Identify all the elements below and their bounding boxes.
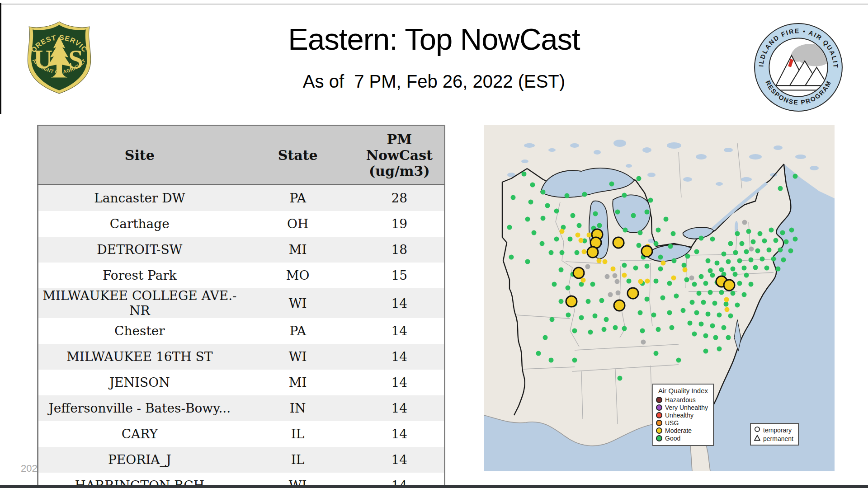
table-row: Forest ParkMO15 <box>38 263 445 288</box>
table-header: SiteStatePM NowCast (ug/m3) <box>38 126 445 185</box>
table-row: CARYIL14 <box>38 421 445 447</box>
table-row: MILWAUKEE COLLEGE AVE.-NRWI14 <box>38 288 445 318</box>
wfaqrp-logo: WILDLAND FIRE • AIR QUALITY RESPONSE PRO… <box>750 16 846 120</box>
aqi-legend-label: Unhealthy <box>665 412 693 419</box>
nowcast-table: SiteStatePM NowCast (ug/m3) Lancaster DW… <box>37 125 445 488</box>
temporary-circle-icon <box>754 426 760 434</box>
table-row: DETROIT-SWMI18 <box>38 237 445 263</box>
timestamp-fragment: 202 <box>21 463 38 474</box>
aqi-legend-label: Very Unhealthy <box>665 404 708 411</box>
legend-item-permanent: permanent <box>754 434 795 443</box>
legend-label: temporary <box>763 427 792 434</box>
legend-label: permanent <box>763 435 793 442</box>
page-title: Eastern: Top NowCast <box>0 22 868 56</box>
bottom-edge-bar <box>0 485 868 488</box>
column-header: State <box>241 126 355 185</box>
table-row: JENISONMI14 <box>38 370 445 395</box>
permanent-triangle-icon <box>754 435 760 443</box>
aqi-color-swatch <box>656 412 662 418</box>
aqi-legend-item: Good <box>656 434 710 442</box>
aqi-color-swatch <box>656 427 662 434</box>
aqi-color-swatch <box>656 435 662 441</box>
window-edge-strip <box>0 3 1 114</box>
aqi-legend-item: Moderate <box>656 427 710 434</box>
legend-item-temporary: temporary <box>754 426 795 434</box>
table-row: CarthageOH19 <box>38 211 445 237</box>
table-row: MILWAUKEE 16TH STWI14 <box>38 344 445 370</box>
aqi-legend-label: Moderate <box>665 427 692 434</box>
column-header: PM NowCast (ug/m3) <box>355 126 445 185</box>
aqi-legend-label: Good <box>665 435 680 442</box>
aqi-color-swatch <box>656 397 662 403</box>
table-row: Jeffersonville - Bates-Bowy...IN14 <box>38 395 445 421</box>
slide: 202 FOREST SERVICE U S DEPARTMENT OF AGR… <box>0 0 868 488</box>
aqi-legend-item: Unhealthy <box>656 411 710 419</box>
page-subtitle: As of 7 PM, Feb 26, 2022 (EST) <box>0 71 868 92</box>
aqi-legend: Air Quality Index HazardousVery Unhealth… <box>652 384 714 446</box>
table-row: ChesterPA14 <box>38 318 445 344</box>
aqi-legend-item: USG <box>656 419 710 427</box>
aqi-color-swatch <box>656 420 662 426</box>
table-row: PEORIA_JIL14 <box>38 447 445 473</box>
aqi-legend-label: Hazardous <box>665 396 696 404</box>
wfaqrp-badge-icon: WILDLAND FIRE • AIR QUALITY RESPONSE PRO… <box>750 16 846 118</box>
aqi-legend-title: Air Quality Index <box>656 387 710 394</box>
aqi-color-swatch <box>656 404 662 411</box>
aqi-legend-item: Hazardous <box>656 396 710 404</box>
marker-type-legend: temporary permanent <box>750 423 799 446</box>
window-edge-line <box>0 4 868 5</box>
table-row: Lancaster DWPA28 <box>38 185 445 211</box>
aqi-legend-label: USG <box>665 419 679 427</box>
column-header: Site <box>38 126 241 185</box>
aqi-legend-item: Very Unhealthy <box>656 404 710 411</box>
